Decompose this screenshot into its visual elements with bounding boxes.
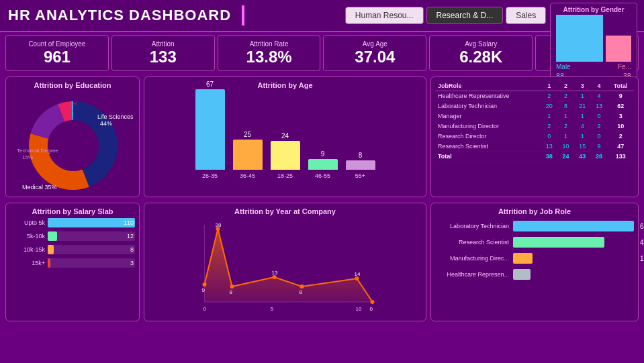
age-bar-fill-18-25 bbox=[271, 141, 300, 170]
male-label: Male bbox=[556, 63, 571, 70]
col-1: 1 bbox=[541, 81, 557, 91]
salary-bar-row: 5k-10k 12 bbox=[10, 231, 135, 241]
age-label-36-45: 36-45 bbox=[240, 172, 255, 179]
table-cell: 0 bbox=[541, 132, 557, 142]
tab-sales[interactable]: Sales bbox=[506, 7, 546, 24]
table-cell: 0 bbox=[591, 111, 608, 121]
tab-human-resources[interactable]: Human Resou... bbox=[345, 7, 424, 24]
svg-text:Medical 35%: Medical 35% bbox=[22, 184, 57, 191]
salary-chart-title: Attrition by Salary Slab bbox=[10, 207, 135, 215]
svg-text:15%: 15% bbox=[22, 154, 33, 160]
age-bar-fill-26-35 bbox=[195, 89, 225, 170]
kpi-attrition-rate-label: Attrition Rate bbox=[250, 40, 289, 48]
table-cell: 1 bbox=[574, 111, 591, 121]
kpi-attrition-label: Attrition bbox=[152, 40, 175, 48]
table-cell: 13 bbox=[591, 101, 608, 111]
jobrole-bar-value: 10 bbox=[640, 255, 644, 262]
jobrole-bar-track: 9 bbox=[513, 269, 634, 280]
table-cell: 1 bbox=[557, 132, 574, 142]
svg-text:5: 5 bbox=[271, 306, 274, 312]
salary-bar-label: 10k-15k bbox=[10, 246, 45, 253]
table-cell: 20 bbox=[541, 101, 557, 111]
gender-bars bbox=[551, 15, 637, 62]
svg-text:10: 10 bbox=[356, 306, 362, 312]
table-cell: 2 bbox=[557, 121, 574, 132]
jobrole-h-bars: Laboratory Technician 62 Research Scient… bbox=[435, 221, 634, 280]
totals-cell: 43 bbox=[574, 152, 591, 162]
age-bar-fill-46-55 bbox=[308, 159, 338, 170]
kpi-avg-salary: Avg Salary 6.28K bbox=[429, 35, 533, 71]
svg-point-21 bbox=[371, 300, 375, 304]
table-cell: 10 bbox=[557, 142, 574, 152]
kpi-avg-salary-label: Avg Salary bbox=[465, 40, 497, 48]
col-jobrole: JobRole bbox=[435, 81, 541, 91]
salary-bar-label: Upto 5k bbox=[10, 219, 45, 226]
salary-bar-track: 110 bbox=[48, 218, 135, 227]
table-row: Manager11103 bbox=[435, 111, 634, 121]
role-name: Research Director bbox=[435, 132, 541, 142]
jobrole-bar-chart-card: Attrition by Job Role Laboratory Technic… bbox=[430, 203, 639, 321]
svg-point-15 bbox=[203, 282, 207, 287]
svg-text:Life Sciences: Life Sciences bbox=[97, 113, 134, 120]
salary-bar-value: 3 bbox=[130, 260, 134, 266]
salary-bar-fill bbox=[48, 245, 54, 254]
age-bar-fill-36-45 bbox=[233, 140, 263, 170]
age-chart-card: Attrition by Age 67 26-35 25 36-45 24 18… bbox=[144, 76, 426, 197]
age-val-26-35: 67 bbox=[206, 81, 214, 88]
kpi-avg-age: Avg Age 37.04 bbox=[323, 35, 426, 71]
svg-text:8: 8 bbox=[300, 289, 303, 295]
jobrole-table-card: JobRole 1 2 3 4 Total Healthcare Represe… bbox=[430, 76, 639, 197]
age-label-26-35: 26-35 bbox=[202, 172, 218, 179]
salary-bar-value: 110 bbox=[124, 219, 134, 226]
salary-bar-row: 10k-15k 8 bbox=[10, 245, 135, 254]
table-cell: 8 bbox=[557, 101, 574, 111]
table-cell: 21 bbox=[574, 101, 591, 111]
kpi-employee-label: Count of Employee bbox=[28, 40, 85, 48]
gender-chart-title: Attrition by Gender bbox=[551, 3, 637, 15]
svg-text:44%: 44% bbox=[100, 120, 112, 127]
jobrole-bar-fill bbox=[513, 253, 533, 264]
svg-text:14: 14 bbox=[355, 271, 361, 277]
age-bar-26-35: 67 26-35 bbox=[195, 81, 225, 179]
tab-research[interactable]: Research & D... bbox=[426, 7, 504, 24]
col-total: Total bbox=[607, 81, 634, 91]
table-cell: 1 bbox=[541, 111, 557, 121]
table-row: Healthcare Representative22149 bbox=[435, 91, 634, 101]
table-total-cell: 2 bbox=[607, 132, 634, 142]
table-row: Manufacturing Director224210 bbox=[435, 121, 634, 132]
gender-labels: Male Fe... bbox=[551, 62, 637, 72]
table-total-cell: 9 bbox=[607, 91, 634, 101]
attrition-by-gender-card: Attrition by Gender Male Fe... 88 38 bbox=[550, 3, 637, 83]
salary-bar-row: 15k+ 3 bbox=[10, 258, 135, 268]
jobrole-bar-chart-title: Attrition by Job Role bbox=[435, 207, 634, 215]
table-total-cell: 62 bbox=[607, 101, 634, 111]
salary-bar-track: 12 bbox=[48, 231, 135, 241]
year-chart-title: Attrition by Year at Company bbox=[148, 207, 422, 215]
totals-cell: 38 bbox=[541, 152, 557, 162]
jobrole-bar-fill bbox=[513, 237, 604, 248]
role-name: Manufacturing Director bbox=[435, 121, 541, 132]
table-cell: 1 bbox=[574, 91, 591, 101]
year-chart-svg: 9 38 8 13 8 14 0 0 5 10 bbox=[148, 218, 422, 315]
bottom-charts-row: Attrition by Salary Slab Upto 5k 110 5k-… bbox=[0, 200, 644, 324]
salary-bar-fill bbox=[48, 218, 135, 227]
salary-bars: Upto 5k 110 5k-10k 12 10k-15k 8 15k+ 3 bbox=[10, 218, 135, 268]
jobrole-bar-value: 47 bbox=[640, 239, 644, 246]
table-cell: 15 bbox=[574, 142, 591, 152]
kpi-attrition-rate-value: 13.8% bbox=[246, 48, 292, 66]
table-cell: 4 bbox=[574, 121, 591, 132]
role-name: Healthcare Representative bbox=[435, 91, 541, 101]
jobrole-bar-fill bbox=[513, 221, 634, 231]
table-totals-row: Total38244328133 bbox=[435, 152, 634, 162]
table-row: Laboratory Technician208211362 bbox=[435, 101, 634, 111]
jobrole-bar-row: Healthcare Represen... 9 bbox=[435, 269, 634, 280]
jobrole-bar-value: 62 bbox=[640, 223, 644, 230]
svg-text:9: 9 bbox=[202, 287, 205, 293]
table-cell: 0 bbox=[591, 132, 608, 142]
table-cell: 13 bbox=[541, 142, 557, 152]
jobrole-bar-label: Research Scientist bbox=[435, 239, 509, 246]
table-cell: 2 bbox=[541, 121, 557, 132]
female-label: Fe... bbox=[618, 63, 631, 70]
table-cell: 2 bbox=[557, 91, 574, 101]
salary-bar-fill bbox=[48, 231, 57, 241]
